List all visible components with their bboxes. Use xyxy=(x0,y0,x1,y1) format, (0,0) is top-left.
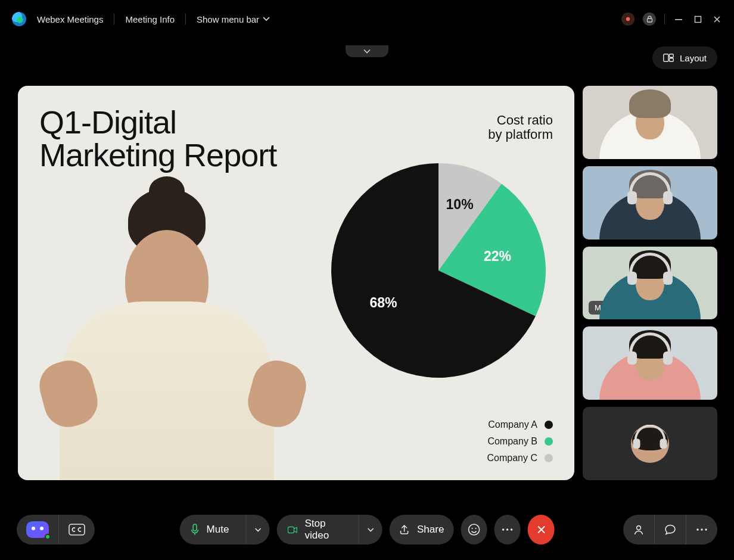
participant-tile[interactable] xyxy=(583,407,717,480)
svg-point-11 xyxy=(471,528,472,529)
svg-rect-7 xyxy=(69,524,85,535)
legend-label: Company A xyxy=(488,419,537,430)
legend-label: Company C xyxy=(487,453,537,463)
chevron-down-icon xyxy=(254,528,261,532)
show-menu-bar-dropdown[interactable]: Show menu bar xyxy=(197,14,270,24)
app-name: Webex Meetings xyxy=(37,14,103,24)
share-button[interactable]: Share xyxy=(390,515,453,545)
legend-swatch xyxy=(545,421,553,429)
assistant-icon xyxy=(26,521,49,538)
participant-tile[interactable] xyxy=(583,166,717,239)
chart-legend: Company A Company B Company C xyxy=(487,419,553,463)
show-menu-bar-label: Show menu bar xyxy=(197,14,259,24)
svg-rect-1 xyxy=(647,18,652,22)
window-minimize-button[interactable] xyxy=(673,14,684,24)
legend-item: Company C xyxy=(487,453,553,463)
chevron-down-icon xyxy=(363,49,371,54)
svg-point-16 xyxy=(637,526,641,530)
presenter-video xyxy=(42,194,292,480)
mute-label: Mute xyxy=(207,524,229,536)
separator xyxy=(664,14,665,24)
legend-item: Company A xyxy=(487,419,553,430)
participant-tile[interactable] xyxy=(583,326,717,400)
participant-tile[interactable]: Maria Simmons xyxy=(583,247,717,320)
slide-subtitle: Cost ratio by platform xyxy=(488,113,553,142)
assistant-button[interactable] xyxy=(17,515,58,545)
video-options-caret[interactable] xyxy=(359,515,382,545)
camera-icon xyxy=(287,525,297,534)
participants-panel-button[interactable] xyxy=(623,515,654,545)
chevron-down-icon xyxy=(263,17,270,21)
svg-rect-9 xyxy=(288,527,294,533)
separator xyxy=(114,14,114,24)
separator xyxy=(185,14,186,24)
participant-strip: Maria Simmons xyxy=(583,86,717,480)
cc-icon xyxy=(69,524,85,536)
share-label: Share xyxy=(417,524,444,536)
lock-icon[interactable] xyxy=(643,13,656,26)
svg-rect-6 xyxy=(669,58,673,61)
stop-video-label: Stop video xyxy=(305,518,343,542)
microphone-icon xyxy=(191,524,200,536)
svg-point-0 xyxy=(626,17,630,21)
webex-logo-icon xyxy=(12,12,26,26)
svg-point-17 xyxy=(696,528,698,530)
legend-swatch xyxy=(545,454,553,462)
share-icon xyxy=(399,524,410,535)
chat-panel-button[interactable] xyxy=(654,515,686,545)
svg-point-10 xyxy=(469,524,480,535)
window-close-button[interactable] xyxy=(711,14,722,24)
svg-point-14 xyxy=(506,528,508,530)
slide-title: Q1-Digital Marketing Report xyxy=(39,106,276,172)
window-maximize-button[interactable] xyxy=(692,14,703,24)
pie-chart: 68% 22% 10% xyxy=(331,163,546,378)
smiley-icon xyxy=(468,523,481,536)
svg-point-18 xyxy=(701,528,702,530)
participant-tile[interactable] xyxy=(583,86,717,159)
svg-point-19 xyxy=(705,528,707,530)
assistant-cc-group xyxy=(17,515,95,545)
person-icon xyxy=(633,524,645,536)
ellipsis-icon xyxy=(696,528,708,531)
close-icon xyxy=(536,525,546,534)
svg-point-13 xyxy=(502,528,504,530)
panel-more-button[interactable] xyxy=(686,515,717,545)
svg-rect-5 xyxy=(669,54,673,57)
legend-swatch xyxy=(545,437,553,446)
layout-label: Layout xyxy=(680,53,707,63)
ellipsis-icon xyxy=(502,528,514,531)
shared-content[interactable]: Q1-Digital Marketing Report Cost ratio b… xyxy=(18,86,574,480)
recording-indicator-icon[interactable] xyxy=(621,13,635,26)
legend-item: Company B xyxy=(487,436,553,447)
svg-point-12 xyxy=(475,528,476,529)
more-options-button[interactable] xyxy=(494,515,521,545)
svg-rect-2 xyxy=(675,19,682,20)
svg-point-15 xyxy=(511,528,512,530)
layout-icon xyxy=(663,54,674,62)
closed-captions-button[interactable] xyxy=(58,515,95,545)
mute-options-caret[interactable] xyxy=(245,515,269,545)
reactions-button[interactable] xyxy=(461,515,487,545)
layout-button[interactable]: Layout xyxy=(652,46,717,69)
stop-video-button[interactable]: Stop video xyxy=(276,515,382,545)
chevron-down-icon xyxy=(368,528,374,532)
svg-rect-8 xyxy=(193,524,197,531)
legend-label: Company B xyxy=(487,436,537,447)
svg-rect-4 xyxy=(664,54,668,61)
chat-icon xyxy=(664,524,676,536)
reveal-toolbar-handle[interactable] xyxy=(346,45,388,57)
svg-rect-3 xyxy=(695,16,701,22)
mute-button[interactable]: Mute xyxy=(180,515,270,545)
end-call-button[interactable] xyxy=(528,515,554,545)
panel-buttons-group xyxy=(623,515,717,545)
meeting-info-link[interactable]: Meeting Info xyxy=(125,14,175,24)
